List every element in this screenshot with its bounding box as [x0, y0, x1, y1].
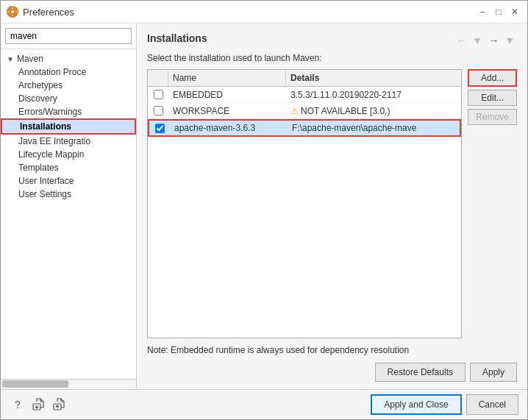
footer: ? Apply and Close Cancel [1, 389, 527, 419]
chevron-down-icon: ▼ [7, 55, 14, 63]
search-area: maven [1, 24, 136, 49]
close-button[interactable]: ✕ [508, 5, 521, 18]
table-row[interactable]: EMBEDDED 3.5.3/1.11.0.20190220-2117 [148, 87, 461, 103]
minimize-button[interactable]: – [476, 5, 489, 18]
export-icon[interactable] [51, 396, 67, 413]
sidebar-item-annotation[interactable]: Annotation Proce [1, 65, 136, 79]
row3-checkbox[interactable] [155, 124, 165, 133]
sidebar-item-javaee[interactable]: Java EE Integratio [1, 135, 136, 148]
installations-table: Name Details EMBEDDED 3.5.3/1.11.0.20190… [147, 69, 462, 338]
panel-header-row: Installations ← ▼ → ▼ [147, 32, 517, 49]
apply-button[interactable]: Apply [470, 363, 517, 382]
sidebar-item-maven[interactable]: ▼ Maven [1, 52, 136, 65]
forward-arrow-button[interactable]: → [486, 34, 501, 47]
row3-checkbox-cell[interactable] [149, 121, 170, 135]
sidebar-item-lifecycle[interactable]: Lifecycle Mappin [1, 148, 136, 161]
sidebar-item-maven-label: Maven [17, 54, 43, 64]
remove-button[interactable]: Remove [468, 109, 517, 125]
right-panel-inner: Installations ← ▼ → ▼ Select the install… [147, 32, 517, 382]
sidebar-item-usersettings-label: User Settings [18, 189, 71, 199]
row1-name: EMBEDDED [168, 88, 286, 102]
row1-checkbox[interactable] [154, 90, 163, 99]
sidebar-item-ui[interactable]: User Interface [1, 174, 136, 188]
add-button[interactable]: Add... [468, 69, 517, 87]
dropdown2-arrow-button[interactable]: ▼ [502, 34, 517, 47]
sidebar-scrollbar-thumb[interactable] [2, 380, 68, 388]
row2-details: ⚠NOT AVAILABLE [3.0,) [286, 104, 461, 118]
row1-details: 3.5.3/1.11.0.20190220-2117 [286, 88, 461, 102]
sidebar-item-discovery-label: Discovery [18, 93, 57, 104]
sidebar-item-templates-label: Templates [18, 163, 59, 173]
footer-left: ? [10, 396, 67, 413]
cancel-button[interactable]: Cancel [466, 394, 518, 415]
sidebar-item-lifecycle-label: Lifecycle Mappin [18, 149, 84, 160]
title-bar-left: Preferences [7, 6, 74, 18]
import-icon[interactable] [30, 396, 46, 413]
main-content: maven ▼ Maven Annotation Proce Archetype… [1, 24, 527, 389]
sidebar-item-discovery[interactable]: Discovery [1, 92, 136, 105]
app-icon [7, 6, 18, 18]
sidebar-item-installations-label: Installations [20, 121, 71, 132]
maximize-button[interactable]: □ [492, 5, 505, 18]
table-body: EMBEDDED 3.5.3/1.11.0.20190220-2117 WORK… [148, 87, 461, 338]
title-bar: Preferences – □ ✕ [1, 1, 527, 24]
table-row[interactable]: WORKSPACE ⚠NOT AVAILABLE [3.0,) [148, 103, 461, 119]
dropdown-arrow-button[interactable]: ▼ [470, 34, 485, 47]
sidebar-item-errors-label: Errors/Warnings [18, 107, 82, 117]
preferences-window: Preferences – □ ✕ maven ▼ Maven Annotati… [0, 0, 528, 420]
table-row-selected[interactable]: apache-maven-3.6.3 F:\apache-maven\apach… [148, 119, 461, 137]
table-section: Name Details EMBEDDED 3.5.3/1.11.0.20190… [147, 69, 517, 338]
right-panel: Installations ← ▼ → ▼ Select the install… [137, 24, 527, 389]
note-text: Note: Embedded runtime is always used fo… [147, 344, 517, 357]
sidebar-item-archetypes-label: Archetypes [18, 80, 63, 90]
row2-checkbox[interactable] [154, 106, 163, 115]
window-controls: – □ ✕ [476, 5, 521, 18]
sidebar-item-usersettings[interactable]: User Settings [1, 188, 136, 201]
help-icon[interactable]: ? [10, 396, 26, 413]
back-arrow-button[interactable]: ← [454, 34, 468, 47]
panel-description: Select the installation used to launch M… [147, 53, 517, 63]
sidebar-item-javaee-label: Java EE Integratio [18, 136, 90, 146]
svg-point-1 [11, 10, 14, 13]
sidebar-item-archetypes[interactable]: Archetypes [1, 79, 136, 92]
panel-title: Installations [147, 32, 207, 44]
col-name-header: Name [168, 70, 286, 86]
sidebar: maven ▼ Maven Annotation Proce Archetype… [1, 24, 137, 389]
nav-arrows: ← ▼ → ▼ [454, 34, 517, 47]
col-checkbox [148, 70, 168, 86]
apply-close-button[interactable]: Apply and Close [371, 394, 461, 415]
warning-icon: ⚠ [290, 106, 299, 116]
restore-defaults-button[interactable]: Restore Defaults [375, 363, 465, 382]
row2-checkbox-cell[interactable] [148, 104, 168, 118]
sidebar-item-annotation-label: Annotation Proce [18, 67, 86, 77]
row3-details: F:\apache-maven\apache-mave [288, 121, 460, 135]
row3-name: apache-maven-3.6.3 [170, 121, 288, 135]
tree-area: ▼ Maven Annotation Proce Archetypes Disc… [1, 49, 136, 379]
bottom-buttons: Restore Defaults Apply [147, 363, 517, 382]
footer-right: Apply and Close Cancel [371, 394, 518, 415]
row1-checkbox-cell[interactable] [148, 88, 168, 102]
sidebar-item-templates[interactable]: Templates [1, 161, 136, 174]
sidebar-item-ui-label: User Interface [18, 176, 74, 186]
sidebar-scrollbar-area [1, 379, 136, 389]
edit-button[interactable]: Edit... [468, 90, 517, 106]
search-input[interactable]: maven [5, 28, 132, 44]
row2-name: WORKSPACE [168, 104, 286, 118]
sidebar-item-errors[interactable]: Errors/Warnings [1, 105, 136, 118]
col-details-header: Details [286, 70, 461, 86]
sidebar-item-installations[interactable]: Installations [1, 118, 136, 135]
window-title: Preferences [23, 7, 74, 18]
table-header: Name Details [148, 70, 461, 87]
action-buttons: Add... Edit... Remove [468, 69, 517, 338]
